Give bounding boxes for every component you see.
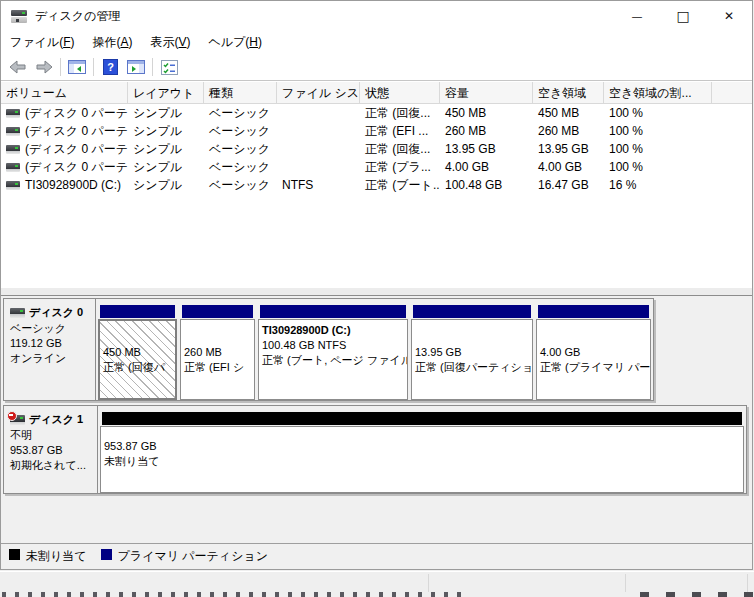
disk-0-label[interactable]: ディスク 0 ベーシック 119.12 GB オンライン (4, 299, 96, 400)
close-icon: ✕ (724, 9, 734, 23)
disk-1-status: 初期化されて... (10, 458, 93, 473)
background-text-fragments (640, 592, 754, 597)
volume-row[interactable]: (ディスク 0 パーティシ... シンプル ベーシック 正常 (回復... 45… (1, 104, 752, 122)
partition-color-bar (182, 305, 253, 318)
window-title: ディスクの管理 (35, 8, 120, 25)
help-button[interactable]: ? (97, 55, 123, 79)
menu-bar: ファイル(F) 操作(A) 表示(V) ヘルプ(H) (1, 31, 752, 54)
legend-label-primary: プライマリ パーティション (118, 548, 268, 565)
column-header-status[interactable]: 状態 (360, 82, 440, 103)
unallocated-space-block[interactable]: 953.87 GB 未割り当て (100, 412, 744, 493)
volume-icon (6, 109, 20, 118)
partition-color-bar (100, 305, 175, 318)
disk-1-graph: 953.87 GB 未割り当て (98, 406, 746, 493)
volume-list-header: ボリューム レイアウト 種類 ファイル システム 状態 容量 空き領域 空き領域… (1, 82, 752, 104)
maximize-button[interactable]: □ (660, 1, 706, 31)
disk-0-status: オンライン (10, 351, 91, 366)
forward-icon (35, 60, 53, 74)
action-pane-icon (127, 60, 145, 74)
partition-c-drive[interactable]: TI30928900D (C:) 100.48 GB NTFS 正常 (ブート,… (258, 305, 408, 400)
menu-view[interactable]: 表示(V) (141, 31, 199, 54)
column-header-layout[interactable]: レイアウト (128, 82, 204, 103)
volume-row[interactable]: (ディスク 0 パーティシ... シンプル ベーシック 正常 (回復... 13… (1, 140, 752, 158)
partition-color-bar (538, 305, 649, 318)
column-header-capacity[interactable]: 容量 (440, 82, 533, 103)
console-tree-icon (68, 60, 86, 74)
volume-row[interactable]: TI30928900D (C:) シンプル ベーシック NTFS 正常 (ブート… (1, 176, 752, 194)
back-icon (9, 60, 27, 74)
action-pane-button[interactable] (123, 55, 149, 79)
console-tree-button[interactable] (64, 55, 90, 79)
volume-row[interactable]: (ディスク 0 パーティシ... シンプル ベーシック 正常 (プラ... 4.… (1, 158, 752, 176)
minimize-icon: — (632, 10, 643, 23)
disk-1-row: ディスク 1 不明 953.87 GB 初期化されて... 953.87 GB … (3, 405, 747, 494)
partition-color-bar (260, 305, 406, 318)
column-header-free-pct[interactable]: 空き領域の割... (604, 82, 712, 103)
app-icon (11, 10, 27, 23)
volume-icon (6, 181, 20, 190)
partition-recovery-450mb[interactable]: 450 MB 正常 (回復パ (98, 305, 177, 400)
disk-1-size: 953.87 GB (10, 443, 93, 458)
checklist-icon (161, 60, 178, 75)
background-text-fragments (2, 592, 470, 597)
legend-swatch-primary (101, 549, 112, 560)
disk-0-size: 119.12 GB (10, 336, 91, 351)
minimize-button[interactable]: — (614, 1, 660, 31)
volume-icon (6, 127, 20, 136)
disk-management-window: ディスクの管理 — □ ✕ ファイル(F) 操作(A) 表示(V) ヘルプ(H) (0, 0, 753, 570)
toolbar-separator (152, 58, 153, 76)
column-header-free[interactable]: 空き領域 (533, 82, 604, 103)
partition-efi-260mb[interactable]: 260 MB 正常 (EFI シ (180, 305, 255, 400)
window-controls: — □ ✕ (614, 1, 752, 31)
checklist-button[interactable] (156, 55, 182, 79)
back-button[interactable] (5, 55, 31, 79)
maximize-icon: □ (676, 8, 689, 24)
title-bar[interactable]: ディスクの管理 — □ ✕ (1, 1, 752, 31)
toolbar: ? (1, 54, 752, 81)
forward-button[interactable] (31, 55, 57, 79)
disk-0-row: ディスク 0 ベーシック 119.12 GB オンライン 450 MB 正常 (… (3, 298, 654, 401)
desktop-background-strip (0, 571, 754, 597)
disk-1-label[interactable]: ディスク 1 不明 953.87 GB 初期化されて... (4, 406, 98, 493)
partition-color-bar (413, 305, 531, 318)
disk-0-type: ベーシック (10, 321, 91, 336)
volume-list: (ディスク 0 パーティシ... シンプル ベーシック 正常 (回復... 45… (1, 104, 752, 288)
legend-swatch-unallocated (9, 549, 20, 560)
column-header-filler (712, 82, 752, 103)
disk-0-graph: 450 MB 正常 (回復パ 260 MB 正常 (EFI シ TI309289… (96, 299, 653, 400)
disk-warning-icon (10, 415, 25, 425)
svg-text:?: ? (107, 61, 114, 73)
column-header-type[interactable]: 種類 (204, 82, 277, 103)
volume-icon (6, 163, 20, 172)
legend-bar: 未割り当て プライマリ パーティション (1, 543, 752, 569)
partition-primary-4gb[interactable]: 4.00 GB 正常 (プライマリ パー (536, 305, 651, 400)
menu-file[interactable]: ファイル(F) (1, 31, 83, 54)
toolbar-separator (60, 58, 61, 76)
unallocated-color-bar (102, 412, 742, 425)
screen: ディスクの管理 — □ ✕ ファイル(F) 操作(A) 表示(V) ヘルプ(H) (0, 0, 754, 597)
help-icon: ? (103, 59, 118, 75)
column-header-volume[interactable]: ボリューム (1, 82, 128, 103)
volume-row[interactable]: (ディスク 0 パーティシ... シンプル ベーシック 正常 (EFI ... … (1, 122, 752, 140)
partition-recovery-13gb[interactable]: 13.95 GB 正常 (回復パーティション (411, 305, 533, 400)
legend-label-unallocated: 未割り当て (26, 548, 87, 565)
close-button[interactable]: ✕ (706, 1, 752, 31)
menu-action[interactable]: 操作(A) (83, 31, 141, 54)
pane-splitter[interactable] (1, 288, 752, 296)
disk-1-type: 不明 (10, 428, 93, 443)
menu-help[interactable]: ヘルプ(H) (200, 31, 272, 54)
disk-icon (10, 308, 25, 318)
column-header-filesystem[interactable]: ファイル システム (277, 82, 360, 103)
toolbar-separator (93, 58, 94, 76)
volume-icon (6, 145, 20, 154)
